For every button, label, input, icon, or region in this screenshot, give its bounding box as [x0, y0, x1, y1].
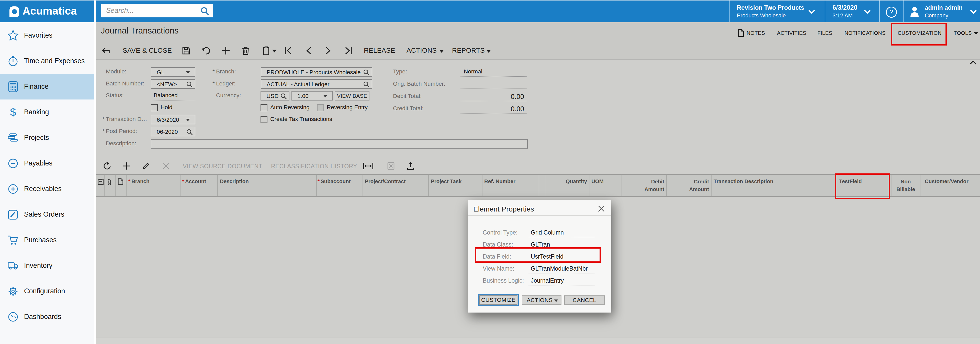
svg-text:?: ?: [889, 8, 893, 16]
svg-text:$: $: [10, 107, 16, 118]
